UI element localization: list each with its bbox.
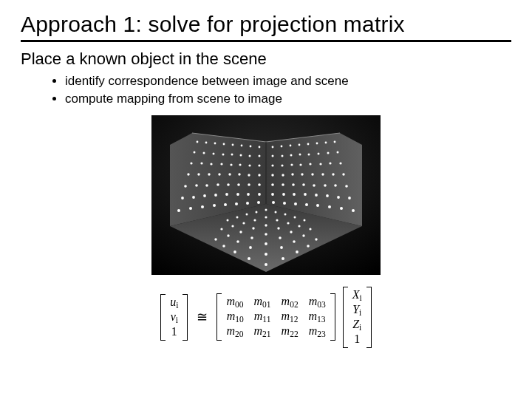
- svg-point-154: [233, 250, 236, 253]
- slide-title: Approach 1: solve for projection matrix: [21, 12, 511, 37]
- svg-point-56: [213, 204, 216, 207]
- svg-point-99: [334, 184, 337, 187]
- svg-point-50: [236, 193, 239, 196]
- svg-point-159: [265, 263, 267, 266]
- svg-point-103: [293, 193, 296, 196]
- svg-point-44: [258, 183, 261, 186]
- svg-point-12: [259, 146, 261, 148]
- svg-point-101: [271, 193, 274, 196]
- svg-point-89: [311, 173, 313, 175]
- svg-point-135: [265, 224, 267, 226]
- svg-point-60: [257, 201, 260, 204]
- svg-point-119: [275, 211, 277, 213]
- svg-point-83: [329, 162, 331, 164]
- svg-point-127: [253, 219, 256, 221]
- bullet-list: identify correspondence between image an…: [65, 73, 511, 108]
- svg-point-6: [205, 141, 208, 143]
- svg-point-73: [308, 153, 310, 155]
- svg-point-47: [203, 194, 206, 197]
- svg-point-42: [237, 183, 240, 186]
- svg-point-48: [214, 194, 217, 197]
- slide: Approach 1: solve for projection matrix …: [0, 0, 532, 399]
- svg-point-77: [271, 164, 273, 166]
- svg-point-111: [294, 202, 297, 205]
- svg-point-87: [291, 173, 293, 175]
- svg-point-36: [258, 174, 260, 176]
- svg-point-53: [177, 209, 180, 212]
- svg-point-20: [259, 154, 261, 157]
- matrix-M: m00m01m02m03 m10m11m12m13 m20m21m22m23: [216, 293, 335, 341]
- svg-point-76: [337, 151, 339, 153]
- svg-point-95: [292, 183, 295, 186]
- svg-point-149: [222, 245, 225, 248]
- svg-point-100: [345, 185, 348, 188]
- svg-point-153: [280, 246, 283, 249]
- svg-point-143: [315, 238, 317, 240]
- svg-point-9: [232, 143, 234, 146]
- svg-point-93: [271, 183, 274, 186]
- svg-point-92: [342, 173, 344, 175]
- svg-point-147: [236, 240, 239, 243]
- svg-point-121: [284, 213, 287, 215]
- svg-point-13: [194, 151, 196, 153]
- svg-point-39: [205, 184, 208, 187]
- svg-point-114: [328, 205, 331, 208]
- svg-point-137: [277, 227, 279, 229]
- svg-point-65: [307, 143, 310, 145]
- svg-point-38: [195, 184, 198, 187]
- svg-point-18: [240, 154, 242, 156]
- svg-point-70: [282, 154, 284, 157]
- svg-point-41: [227, 183, 230, 186]
- calibration-target-photo: [151, 115, 381, 275]
- svg-point-25: [230, 163, 232, 166]
- svg-point-117: [265, 208, 267, 211]
- vector-XYZ1: Xi Yi Zi 1: [343, 287, 372, 348]
- svg-point-19: [249, 154, 251, 157]
- list-item: identify correspondence between image an…: [65, 73, 511, 90]
- svg-point-118: [256, 211, 258, 213]
- svg-point-129: [242, 222, 245, 224]
- svg-point-43: [248, 183, 250, 186]
- svg-point-74: [318, 152, 320, 154]
- svg-point-136: [252, 227, 254, 229]
- svg-point-141: [302, 234, 304, 236]
- svg-point-88: [301, 173, 303, 175]
- svg-point-62: [281, 145, 283, 147]
- svg-point-116: [352, 209, 355, 212]
- svg-point-8: [223, 143, 225, 145]
- svg-point-105: [315, 194, 318, 197]
- slide-subtitle: Place a known object in the scene: [21, 50, 511, 69]
- svg-point-59: [246, 202, 249, 205]
- svg-point-144: [265, 233, 267, 236]
- svg-point-130: [287, 222, 289, 224]
- vector-uv1: ui vi 1: [160, 294, 188, 341]
- svg-point-134: [309, 228, 311, 230]
- list-item: compute mapping from scene to image: [65, 91, 511, 108]
- svg-point-28: [258, 164, 260, 166]
- svg-point-148: [293, 240, 296, 243]
- svg-point-58: [235, 202, 238, 205]
- svg-point-138: [239, 231, 242, 233]
- svg-point-5: [197, 140, 199, 143]
- svg-point-79: [290, 163, 293, 166]
- svg-point-71: [290, 154, 293, 156]
- svg-point-52: [258, 193, 261, 196]
- svg-point-157: [248, 257, 250, 260]
- svg-point-45: [181, 197, 184, 200]
- svg-point-24: [220, 163, 222, 165]
- svg-point-49: [225, 193, 228, 196]
- svg-point-150: [307, 245, 310, 248]
- svg-point-113: [316, 204, 319, 207]
- svg-point-80: [299, 163, 301, 166]
- svg-point-35: [248, 174, 250, 176]
- svg-point-7: [214, 142, 216, 144]
- svg-point-152: [249, 246, 252, 249]
- svg-point-31: [208, 173, 210, 175]
- svg-point-125: [304, 219, 306, 221]
- svg-point-142: [214, 238, 216, 240]
- svg-point-128: [276, 219, 278, 221]
- svg-point-30: [197, 173, 200, 175]
- svg-point-17: [231, 153, 233, 155]
- svg-point-102: [282, 193, 285, 196]
- figure-container: [21, 115, 511, 275]
